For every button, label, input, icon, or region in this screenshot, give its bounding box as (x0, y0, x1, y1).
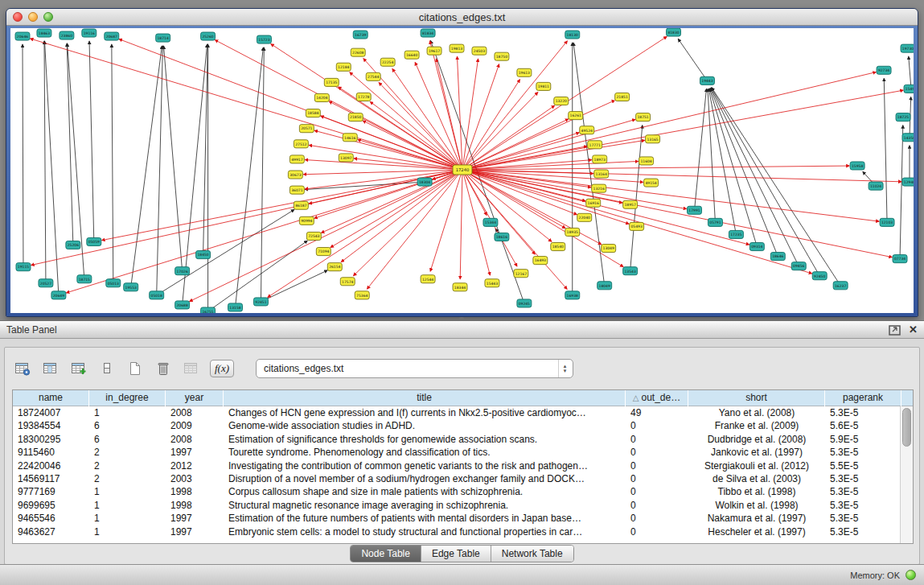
table-row[interactable]: 946362711997Embryonic stem cells: a mode… (13, 525, 900, 538)
network-node[interactable]: 13216 (592, 184, 606, 192)
network-edge[interactable] (462, 101, 615, 170)
close-panel-icon[interactable]: ✕ (909, 324, 918, 335)
network-node[interactable]: 13165 (646, 135, 660, 143)
network-edge[interactable] (694, 89, 706, 210)
import-table-icon[interactable] (182, 360, 201, 377)
zoom-window-button[interactable] (43, 12, 53, 22)
table-row[interactable]: 911546021997Tourette syndrome. Phenomeno… (13, 446, 900, 459)
network-node[interactable]: 18450 (196, 251, 211, 259)
network-node[interactable]: 24503 (472, 47, 487, 55)
network-node[interactable]: 18616 (495, 233, 509, 241)
network-node[interactable]: 26154 (327, 263, 342, 271)
network-node[interactable]: 17771 (588, 141, 602, 149)
network-node[interactable]: 16237 (833, 282, 848, 290)
network-edge[interactable] (462, 170, 552, 241)
table-selector-dropdown[interactable]: citations_edges.txt▲▼ (256, 359, 573, 378)
network-node[interactable]: 36071 (290, 186, 304, 194)
new-table-icon[interactable] (125, 360, 145, 377)
network-edge[interactable] (462, 166, 849, 170)
column-header-pagerank[interactable]: pagerank (825, 390, 901, 406)
network-node[interactable]: 20527 (39, 279, 53, 287)
table-row[interactable]: 2242004622012Investigating the contribut… (13, 459, 900, 472)
network-node[interactable]: 18304 (417, 178, 432, 186)
combo-stepper-icon[interactable]: ▲▼ (558, 360, 571, 377)
network-node[interactable]: 17278 (356, 93, 371, 101)
scrollbar-thumb[interactable] (902, 408, 911, 447)
network-node[interactable]: 49154 (644, 179, 659, 187)
network-canvas[interactable]: 1724022608121841713514204185842057127512… (10, 28, 914, 313)
vertical-scrollbar[interactable] (900, 406, 913, 543)
network-node[interactable]: 13164 (594, 170, 609, 178)
network-node[interactable]: 16916 (586, 199, 601, 207)
network-node[interactable]: 18750 (495, 52, 509, 60)
network-node[interactable]: 13049 (602, 245, 616, 253)
network-node[interactable]: 05018 (150, 291, 164, 299)
network-node[interactable]: 20649 (51, 291, 66, 299)
network-node[interactable]: 12184 (336, 63, 351, 71)
network-node[interactable]: 92451 (253, 298, 268, 306)
network-edge[interactable] (305, 182, 425, 189)
network-node[interactable]: 90994 (299, 216, 314, 225)
network-node[interactable]: 16640 (405, 51, 419, 59)
network-node[interactable]: 13220 (554, 97, 569, 105)
network-edge[interactable] (710, 89, 778, 257)
network-node[interactable]: 15344 (483, 218, 498, 226)
minimize-window-button[interactable] (28, 12, 38, 22)
network-node[interactable]: 16261 (569, 112, 583, 120)
network-node[interactable]: 49917 (290, 155, 304, 163)
network-node[interactable]: 72543 (306, 232, 321, 240)
network-node[interactable]: 22254 (380, 58, 395, 66)
show-columns-icon[interactable] (41, 360, 60, 377)
column-header-year[interactable]: year (166, 390, 224, 406)
network-node[interactable]: 81830 (667, 28, 681, 36)
network-node[interactable]: 18751 (636, 113, 651, 122)
network-node[interactable]: 22040 (577, 213, 592, 221)
network-node[interactable]: 11604 (639, 157, 654, 165)
network-edge[interactable] (89, 41, 94, 241)
network-node[interactable]: 09456 (791, 262, 806, 270)
network-edge[interactable] (261, 270, 327, 302)
network-node[interactable]: 30673 (288, 171, 302, 179)
network-edge[interactable] (203, 44, 208, 254)
network-edge[interactable] (462, 72, 876, 170)
network-edge[interactable] (261, 47, 264, 302)
network-node[interactable]: 18973 (593, 155, 607, 163)
network-edge[interactable] (44, 41, 46, 283)
network-node[interactable]: 15958 (850, 162, 864, 170)
network-node[interactable]: 18957 (623, 200, 638, 208)
table-mode-icon[interactable] (13, 360, 32, 377)
network-node[interactable]: 07734 (893, 255, 907, 263)
network-edge[interactable] (66, 170, 462, 293)
network-edge[interactable] (462, 170, 879, 221)
network-node[interactable]: 22608 (351, 48, 365, 56)
network-node[interactable]: 13543 (623, 267, 638, 275)
network-edge[interactable] (31, 39, 462, 170)
network-node[interactable]: 20571 (299, 125, 314, 133)
network-edge[interactable] (44, 41, 58, 295)
row-selection-icon[interactable] (97, 360, 117, 377)
network-node[interactable]: 18725 (896, 113, 910, 122)
citation-network-graph[interactable]: 1724022608121841713514204185842057127512… (10, 28, 914, 313)
network-node[interactable]: 18714 (156, 34, 170, 42)
network-node[interactable]: 17135 (324, 78, 339, 86)
network-edge[interactable] (909, 56, 911, 89)
network-edge[interactable] (884, 78, 887, 222)
network-node[interactable]: 14616 (343, 134, 357, 142)
network-edge[interactable] (157, 46, 163, 295)
network-node[interactable]: 19617 (427, 47, 441, 55)
network-node[interactable]: 14358 (902, 134, 914, 142)
network-edge[interactable] (630, 126, 643, 271)
network-edge[interactable] (708, 89, 715, 222)
network-node[interactable]: 17026 (175, 267, 190, 275)
network-node[interactable]: 20687 (105, 32, 119, 40)
network-node[interactable]: 16493 (533, 257, 548, 265)
network-node[interactable]: 17235 (729, 230, 743, 238)
table-row[interactable]: 1938455462009Genome-wide association stu… (13, 419, 900, 432)
network-node[interactable]: 15498 (904, 84, 914, 93)
network-node[interactable]: 12103 (880, 218, 894, 226)
network-node[interactable]: 18463 (37, 29, 51, 37)
network-node[interactable]: 19443 (700, 76, 714, 84)
network-node[interactable]: 05059 (87, 237, 101, 245)
network-edge[interactable] (392, 68, 462, 170)
network-node[interactable]: 12940 (902, 178, 914, 186)
